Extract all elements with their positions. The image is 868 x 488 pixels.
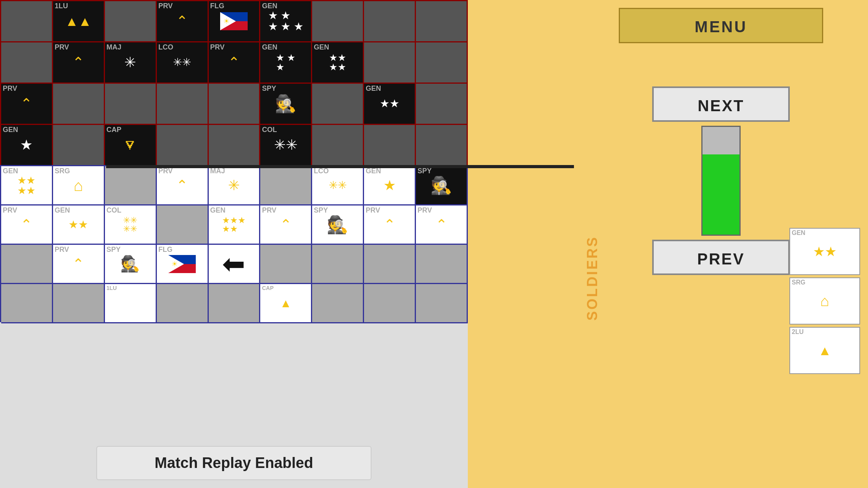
menu-button[interactable]: MENU	[619, 8, 823, 43]
cell-b1c5: MAJ ✳	[209, 166, 261, 205]
sym-prv-b2c9: ⌃	[436, 218, 447, 232]
rank-gen-r4c1: GEN	[3, 126, 18, 133]
cell-r1c6: GEN ★ ★★ ★ ★	[260, 1, 312, 42]
right-rank-card-srg: SRG ⌂	[789, 277, 860, 325]
sym-srg-b1c2: ⌂	[74, 178, 83, 193]
rank-prv-r2c2: PRV	[55, 44, 69, 51]
progress-slider[interactable]	[701, 126, 741, 236]
cell-r4c5	[209, 125, 261, 166]
cell-b4c5	[209, 284, 261, 323]
cell-b1c7: LCO ✳✳	[312, 166, 364, 205]
rank-maj-r2c3: MAJ	[107, 44, 121, 51]
cell-r3c8: GEN ★★	[364, 84, 416, 125]
sym-2lu-right: ▲	[818, 344, 831, 357]
right-rank-card-2lu: 2LU ▲	[789, 327, 860, 374]
cell-r3c4	[157, 84, 209, 125]
sym-prv-r1c4: ⌃	[176, 14, 188, 28]
rank-flg-b3c4: FLG	[158, 246, 173, 253]
cell-b2c3: COL ✳✳✳✳	[105, 205, 157, 245]
cell-r1c2: 1LU ▲▲	[53, 1, 105, 42]
cell-b1c4: PRV ⌃	[157, 166, 209, 205]
sym-gen-r2c6: ★ ★★	[276, 53, 296, 72]
rank-gen-r2c7: GEN	[314, 44, 329, 51]
sym-prv-b1c4: ⌃	[176, 178, 188, 193]
cell-r3c7	[312, 84, 364, 125]
rank-spy-b2c7: SPY	[314, 207, 328, 214]
cell-b2c8: PRV ⌃	[364, 205, 416, 245]
rank-srg-b1c2: SRG	[55, 167, 70, 174]
rank-prv-b2c9: PRV	[417, 207, 432, 214]
spy-icon-b2c7: 🕵	[327, 215, 348, 235]
spy-icon-b3c3: 🕵	[120, 255, 140, 273]
rank-gen-b1c8: GEN	[366, 167, 381, 174]
sym-maj-r2c3: ✳	[124, 55, 136, 70]
sym-prv-b2c6: ⌃	[280, 218, 292, 232]
sym-prv-b3c2: ⌃	[72, 257, 84, 271]
rank-prv-b1c4: PRV	[158, 167, 173, 174]
rank-spy-b3c3: SPY	[107, 246, 121, 253]
cell-r1c8	[364, 1, 416, 42]
rank-maj-b1c5: MAJ	[210, 167, 225, 174]
sym-col-b2c3: ✳✳✳✳	[123, 216, 137, 233]
rank-gen-r1c6: GEN	[262, 2, 277, 9]
cell-b4c4	[157, 284, 209, 323]
cell-r4c2	[53, 125, 105, 166]
sym-prv-r2c5: ⌃	[228, 55, 240, 70]
sym-gen-r1c6: ★ ★★ ★ ★	[268, 10, 304, 32]
flag-sun-b: ☀	[171, 260, 178, 268]
rank-spy-b1c9: SPY	[417, 167, 432, 174]
cell-r2c5: PRV ⌃	[209, 42, 261, 84]
rank-prv-b2c6: PRV	[262, 207, 276, 214]
progress-bar	[702, 154, 739, 235]
cell-b2c4	[157, 205, 209, 245]
cell-r3c6-spy: SPY 🕵	[260, 84, 312, 125]
next-button[interactable]: NEXT	[652, 86, 790, 122]
rank-lco-r2c4: LCO	[158, 44, 173, 51]
cell-r1c4: PRV ⌃	[157, 1, 209, 42]
rank-prv-r2c5: PRV	[210, 44, 225, 51]
cell-b4c2	[53, 284, 105, 323]
slider-handle[interactable]	[702, 127, 739, 154]
cell-b4c3: 1LU	[105, 284, 157, 323]
cell-b3c1	[1, 245, 53, 284]
sym-gen-r2c7: ★★★★	[329, 53, 346, 72]
sym-prv-r2c2: ⌃	[72, 55, 84, 70]
rank-cap-b4c6: CAP	[262, 285, 274, 291]
prev-button[interactable]: PREV	[652, 240, 790, 275]
cell-r4c7	[312, 125, 364, 166]
cell-b3c2: PRV ⌃	[53, 245, 105, 284]
board-bottom: GEN ★★★★ SRG ⌂ PRV ⌃ MAJ ✳ LCO ✳✳ GEN ★ …	[0, 165, 468, 488]
right-rank-card-gen: GEN ★★	[789, 228, 860, 275]
cell-b2c2: GEN ★★	[53, 205, 105, 245]
flag-sun: ☀	[223, 17, 230, 26]
rank-flg: FLG	[210, 2, 224, 9]
flag-ph: ☀	[220, 12, 248, 30]
rank-prv-b2c1: PRV	[3, 207, 17, 214]
cell-b3c6	[260, 245, 312, 284]
cell-b2c9: PRV ⌃	[416, 205, 468, 245]
sym-cap-b4c6: ▲	[280, 297, 292, 309]
cell-b3c3-spy: SPY 🕵	[105, 245, 157, 284]
rank-prv-b2c8: PRV	[366, 207, 380, 214]
cell-r3c1: PRV ⌃	[1, 84, 53, 125]
sym-gen-right: ★★	[813, 245, 837, 258]
rank-gen-b1c1: GEN	[3, 167, 18, 174]
sym-gen-b1c1: ★★★★	[17, 175, 35, 196]
rank-gen-b2c5: GEN	[210, 207, 226, 214]
board-top: 1LU ▲▲ PRV ⌃ FLG ☀ GEN ★ ★★ ★ ★ PRV	[0, 0, 468, 165]
cell-r1c9	[416, 1, 468, 42]
cell-r2c8	[364, 42, 416, 84]
cell-r2c7: GEN ★★★★	[312, 42, 364, 84]
spy-icon-r3c6: 🕵	[275, 94, 296, 114]
sym-col-r4c6: ✳✳	[274, 138, 298, 152]
cell-b3c5-arrow: ⬅	[209, 245, 261, 284]
sym-gen-b2c2: ★★	[68, 219, 88, 230]
sym-lco-b1c7: ✳✳	[329, 180, 347, 191]
rank-col-b2c3: COL	[107, 207, 121, 214]
cell-b1c3	[105, 166, 157, 205]
cell-r4c8	[364, 125, 416, 166]
cell-r3c2	[53, 84, 105, 125]
cell-b3c7	[312, 245, 364, 284]
rank-1lu: 1LU	[55, 2, 68, 9]
sym-cap-r4c3: ⛛	[123, 138, 137, 152]
